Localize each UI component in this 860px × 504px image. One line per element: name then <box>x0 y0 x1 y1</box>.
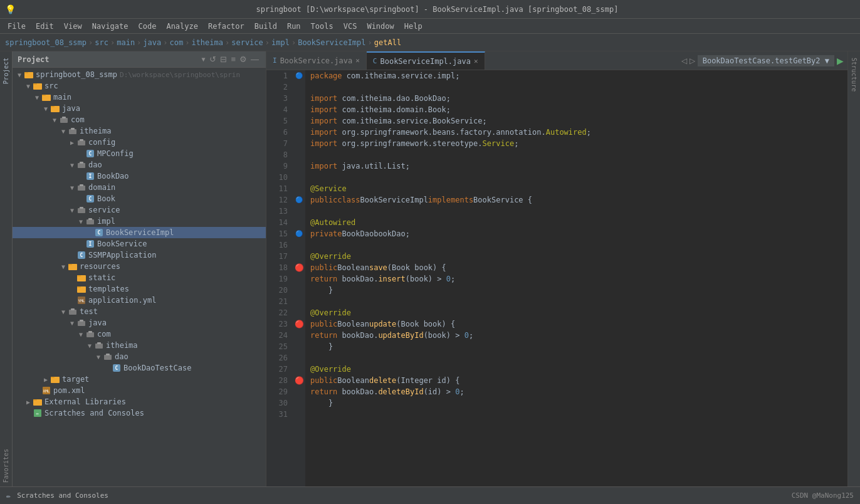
breadcrumb-item-6[interactable]: service <box>231 38 263 47</box>
project-expand-btn[interactable]: ≡ <box>229 54 238 65</box>
tree-item-book[interactable]: CBook <box>13 193 266 204</box>
nav-back-btn[interactable]: ◁ <box>681 56 687 65</box>
tree-item-scratches-and-consoles[interactable]: ✏Scratches and Consoles <box>13 407 266 419</box>
gutter-cell-25 <box>293 341 305 352</box>
menu-item-run[interactable]: Run <box>282 21 306 32</box>
tree-item-mpconfig[interactable]: CMPConfig <box>13 148 266 159</box>
gutter-cell-29 <box>293 386 305 397</box>
tree-item-ssmpapplication[interactable]: CSSMPApplication <box>13 249 266 261</box>
tab-bookserviceimpl-close[interactable]: ✕ <box>474 57 478 65</box>
menu-item-edit[interactable]: Edit <box>31 21 59 32</box>
tree-item-com[interactable]: ▼com <box>13 114 266 125</box>
tree-item-bookdaotestcase[interactable]: CBookDaoTestCase <box>13 362 266 374</box>
breadcrumb-item-5[interactable]: itheima <box>191 38 223 47</box>
project-tree: ▼springboot_08_ssmpD:\workspace\springbo… <box>13 68 266 486</box>
scratches-link[interactable]: Scratches and Consoles <box>17 491 108 500</box>
project-close-btn[interactable]: — <box>249 54 261 65</box>
menu-item-build[interactable]: Build <box>249 21 282 32</box>
tree-label: service <box>88 206 120 214</box>
breadcrumb-item-1[interactable]: src <box>95 38 108 47</box>
sidebar-item-favorites[interactable]: Favorites <box>1 445 11 486</box>
menu-item-tools[interactable]: Tools <box>306 21 338 32</box>
tree-item-bookdao[interactable]: IBookDao <box>13 171 266 182</box>
tree-item-java[interactable]: ▼java <box>13 103 266 114</box>
csdn-label: CSDN @MaNong125 <box>792 491 854 500</box>
bottom-bar: ✏ Scratches and Consoles CSDN @MaNong125 <box>0 486 860 504</box>
tree-item-static[interactable]: static <box>13 272 266 283</box>
tree-item-itheima[interactable]: ▼itheima <box>13 340 266 351</box>
breadcrumb-item-2[interactable]: main <box>117 38 135 47</box>
project-refresh-btn[interactable]: ↺ <box>207 54 218 65</box>
tree-item-java[interactable]: ▼java <box>13 317 266 328</box>
line-number-20: 20 <box>266 285 293 296</box>
breakpoint-icon[interactable]: 🔴 <box>295 318 304 330</box>
nav-dropdown[interactable]: BookDaoTestCase.testGetBy2 ▼ <box>698 55 834 66</box>
tab-bookservice[interactable]: I BookService.java ✕ <box>266 51 367 70</box>
code-line-29: return bookDao.deleteById(id) > 0; <box>305 386 847 397</box>
tree-item-impl[interactable]: ▼impl <box>13 216 266 227</box>
tree-label: BookServiceImpl <box>106 228 174 237</box>
tree-icon-interface: I <box>85 239 95 249</box>
tab-bookserviceimpl[interactable]: C BookServiceImpl.java ✕ <box>367 51 485 70</box>
menu-item-code[interactable]: Code <box>134 21 162 32</box>
breakpoint-icon[interactable]: 🔴 <box>295 375 304 386</box>
breadcrumb-item-3[interactable]: java <box>143 38 161 47</box>
tree-item-itheima[interactable]: ▼itheima <box>13 125 266 137</box>
tree-item-main[interactable]: ▼main <box>13 92 266 103</box>
breadcrumb-sep: › <box>291 38 296 47</box>
structure-btn[interactable]: Structure <box>849 54 859 95</box>
tree-item-bookservice[interactable]: IBookService <box>13 238 266 249</box>
gutter-cell-1: 🔵 <box>293 70 305 81</box>
tree-item-application.yml[interactable]: YMLapplication.yml <box>13 295 266 306</box>
menu-item-analyze[interactable]: Analyze <box>161 21 203 32</box>
tree-item-com[interactable]: ▼com <box>13 328 266 340</box>
tree-item-external-libraries[interactable]: ▶External Libraries <box>13 396 266 407</box>
breakpoint-icon[interactable]: 🔴 <box>295 262 304 273</box>
project-collapse-btn[interactable]: ⊟ <box>218 54 229 65</box>
breadcrumb-item-0[interactable]: springboot_08_ssmp <box>5 38 87 47</box>
gutter-cell-13 <box>293 206 305 217</box>
line-number-8: 8 <box>266 149 293 160</box>
menu-item-file[interactable]: File <box>3 21 31 32</box>
tree-item-dao[interactable]: ▼dao <box>13 351 266 362</box>
tree-icon-package <box>76 205 87 215</box>
tree-item-resources[interactable]: ▼resources <box>13 261 266 272</box>
menu-item-window[interactable]: Window <box>362 21 399 32</box>
tree-arrow: ▼ <box>59 263 68 270</box>
code-content[interactable]: package com.itheima.service.impl;import … <box>305 70 847 486</box>
tree-item-templates[interactable]: templates <box>13 283 266 295</box>
menu-item-refactor[interactable]: Refactor <box>203 21 249 32</box>
tree-item-bookserviceimpl[interactable]: CBookServiceImpl <box>13 227 266 238</box>
menu-item-vcs[interactable]: VCS <box>338 21 362 32</box>
tree-item-src[interactable]: ▼src <box>13 80 266 92</box>
menu-item-view[interactable]: View <box>59 21 87 32</box>
nav-forward-btn[interactable]: ▷ <box>690 56 695 65</box>
tree-icon-folder <box>76 284 87 294</box>
sidebar-item-project[interactable]: Project <box>1 54 11 88</box>
tree-item-service[interactable]: ▼service <box>13 204 266 216</box>
breadcrumb-item-8[interactable]: BookServiceImpl <box>298 38 365 47</box>
code-editor: 1234567891011121314151617181920212223242… <box>266 70 847 486</box>
svg-rect-10 <box>69 129 76 134</box>
tree-item-dao[interactable]: ▼dao <box>13 159 266 171</box>
tree-icon-package <box>76 182 87 192</box>
tree-item-target[interactable]: ▶target <box>13 374 266 385</box>
tree-item-domain[interactable]: ▼domain <box>13 182 266 193</box>
tree-item-pom.xml[interactable]: XMLpom.xml <box>13 385 266 396</box>
tree-path: D:\workspace\springboot\sprin <box>120 71 240 79</box>
line-number-31: 31 <box>266 409 293 420</box>
breadcrumb-item-4[interactable]: com <box>169 38 183 47</box>
code-line-3: import com.itheima.dao.BookDao; <box>305 93 847 104</box>
menu-item-navigate[interactable]: Navigate <box>87 21 134 32</box>
nav-run-btn[interactable]: ▶ <box>837 56 844 66</box>
menu-item-help[interactable]: Help <box>399 21 427 32</box>
tree-icon-folder <box>33 81 43 91</box>
title-bar: 💡 springboot [D:\workspace\springboot] -… <box>0 0 860 19</box>
svg-text:C: C <box>80 253 83 258</box>
tree-item-springboot_08_ssmp[interactable]: ▼springboot_08_ssmpD:\workspace\springbo… <box>13 69 266 80</box>
project-settings-btn[interactable]: ⚙ <box>238 54 249 65</box>
tree-item-test[interactable]: ▼test <box>13 306 266 317</box>
breadcrumb-item-7[interactable]: impl <box>271 38 290 47</box>
tab-bookservice-close[interactable]: ✕ <box>355 56 360 65</box>
tree-item-config[interactable]: ▶config <box>13 137 266 148</box>
